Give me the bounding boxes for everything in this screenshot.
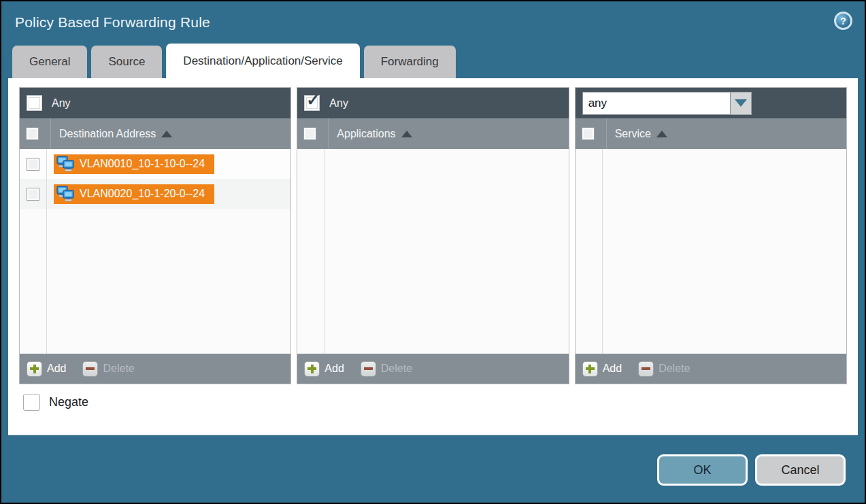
dialog-footer: OK Cancel (657, 454, 846, 486)
destination-row1-checkbox[interactable] (27, 158, 39, 171)
tab-general[interactable]: General (12, 46, 87, 78)
tab-content: Any Destination Address (8, 78, 858, 435)
plus-icon (27, 361, 42, 377)
sort-asc-icon[interactable] (401, 131, 412, 137)
ok-button[interactable]: OK (657, 454, 748, 486)
destination-address-badge[interactable]: VLAN0020_10-1-20-0--24 (54, 184, 214, 204)
tab-bar: General Source Destination/Application/S… (1, 44, 865, 78)
service-delete-button[interactable]: Delete (638, 361, 690, 377)
service-dropdown-button[interactable] (731, 92, 752, 115)
negate-checkbox[interactable] (23, 394, 40, 411)
destination-select-all-checkbox[interactable] (26, 127, 39, 140)
service-panel: Service Add Delete (575, 87, 847, 384)
table-row[interactable]: VLAN0010_10-1-10-0--24 (47, 149, 290, 179)
destination-delete-button[interactable]: Delete (82, 361, 134, 377)
sort-asc-icon[interactable] (656, 131, 667, 137)
destination-row2-checkbox[interactable] (27, 188, 39, 201)
address-group-icon (56, 186, 75, 202)
service-column-title[interactable]: Service (615, 128, 651, 140)
service-column-header: Service (576, 118, 846, 149)
applications-list (297, 149, 568, 354)
tab-destination-application-service[interactable]: Destination/Application/Service (166, 44, 359, 78)
service-add-button[interactable]: Add (582, 361, 622, 377)
applications-any-checkbox[interactable] (304, 95, 320, 111)
destination-add-button[interactable]: Add (27, 361, 66, 377)
destination-address-label: VLAN0010_10-1-10-0--24 (80, 158, 205, 170)
applications-any-label: Any (329, 97, 348, 110)
address-group-icon (56, 156, 75, 172)
plus-icon (304, 361, 320, 377)
tab-source[interactable]: Source (91, 46, 162, 78)
service-dropdown-bar (576, 88, 846, 118)
destination-list: VLAN0010_10-1-10-0--24 VLAN0020_10-1-20-… (20, 149, 290, 354)
destination-any-bar: Any (20, 88, 290, 118)
minus-icon (638, 361, 654, 377)
applications-delete-button[interactable]: Delete (361, 361, 412, 377)
destination-any-label: Any (52, 97, 71, 110)
destination-column-header: Destination Address (20, 118, 290, 149)
chevron-down-icon (735, 99, 747, 107)
tab-forwarding[interactable]: Forwarding (364, 46, 456, 78)
negate-row: Negate (23, 394, 847, 411)
applications-select-all-checkbox[interactable] (303, 127, 316, 140)
destination-address-label: VLAN0020_10-1-20-0--24 (80, 188, 205, 200)
applications-column-header: Applications (297, 118, 568, 149)
destination-column-title[interactable]: Destination Address (59, 128, 156, 140)
service-dropdown-input[interactable] (582, 92, 731, 115)
applications-toolbar: Add Delete (297, 354, 568, 384)
applications-panel: Any Applications Add (297, 87, 569, 384)
destination-toolbar: Add Delete (20, 354, 290, 384)
service-dropdown[interactable] (582, 92, 752, 115)
table-row[interactable]: VLAN0020_10-1-20-0--24 (47, 179, 290, 209)
destination-any-checkbox[interactable] (27, 95, 42, 111)
destination-panel: Any Destination Address (19, 87, 291, 384)
cancel-button[interactable]: Cancel (755, 454, 846, 486)
minus-icon (82, 361, 98, 377)
sort-asc-icon[interactable] (161, 131, 172, 137)
dialog-title: Policy Based Forwarding Rule (15, 14, 210, 31)
destination-address-badge[interactable]: VLAN0010_10-1-10-0--24 (54, 154, 214, 174)
applications-add-button[interactable]: Add (304, 361, 344, 377)
service-list (576, 149, 846, 354)
negate-label: Negate (49, 395, 88, 409)
applications-any-bar: Any (297, 88, 568, 118)
policy-forwarding-dialog: Policy Based Forwarding Rule ? General S… (0, 0, 866, 504)
help-icon[interactable]: ? (834, 12, 852, 30)
minus-icon (361, 361, 376, 377)
plus-icon (582, 361, 598, 377)
service-toolbar: Add Delete (576, 354, 846, 384)
service-select-all-checkbox[interactable] (582, 127, 595, 140)
title-bar: Policy Based Forwarding Rule ? (1, 1, 865, 44)
applications-column-title[interactable]: Applications (337, 128, 395, 140)
